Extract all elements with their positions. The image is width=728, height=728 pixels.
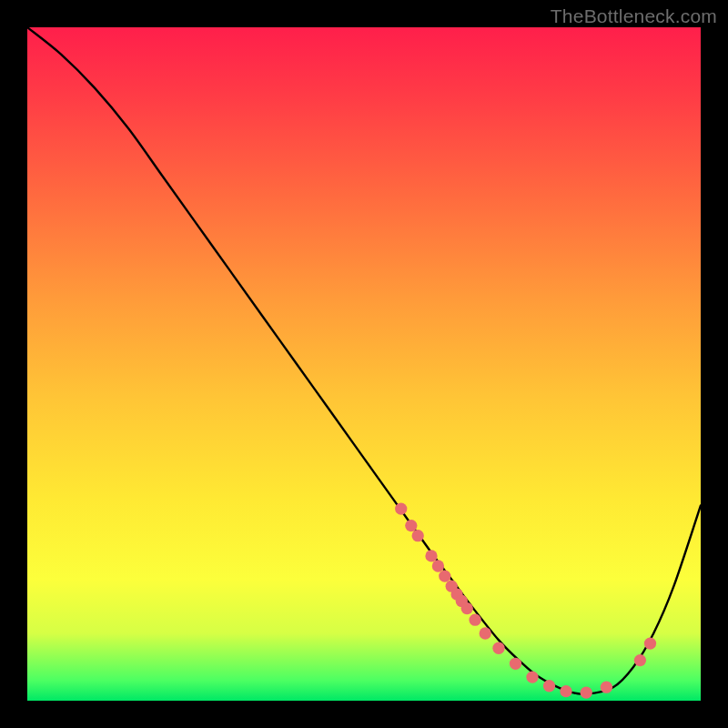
data-point xyxy=(634,654,646,666)
watermark-text: TheBottleneck.com xyxy=(551,5,717,27)
data-point xyxy=(492,642,504,654)
data-point xyxy=(644,637,656,649)
data-point xyxy=(395,502,407,514)
data-point xyxy=(461,602,473,614)
data-point xyxy=(432,560,444,571)
data-point xyxy=(526,671,538,682)
data-point xyxy=(510,658,521,670)
bottleneck-curve xyxy=(27,27,701,694)
data-point xyxy=(425,550,437,561)
data-point xyxy=(581,686,592,698)
bottleneck-chart xyxy=(27,27,701,701)
data-point xyxy=(439,570,450,581)
data-point xyxy=(412,530,424,541)
chart-plot-area xyxy=(27,27,701,701)
data-point xyxy=(560,685,571,697)
data-point xyxy=(405,520,417,531)
data-point xyxy=(480,627,491,639)
data-point xyxy=(543,680,555,692)
data-point xyxy=(469,614,480,626)
data-point xyxy=(601,682,612,693)
